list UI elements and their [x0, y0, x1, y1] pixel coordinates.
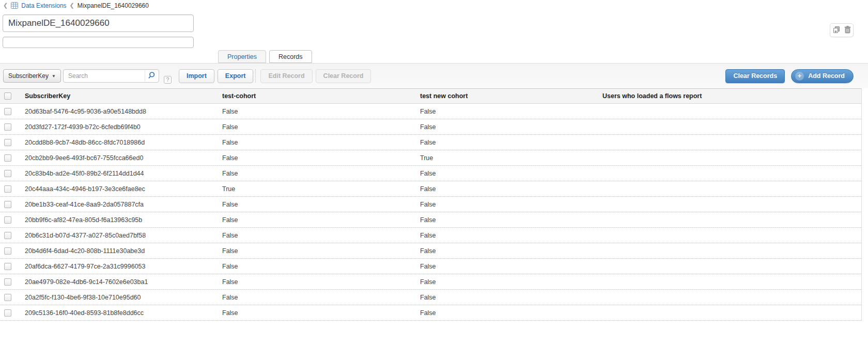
page: ❮ Data Extensions ❮ MixpanelDE_164002966… [0, 0, 868, 346]
copy-icon [833, 26, 841, 35]
cell-test-new-cohort: False [416, 216, 598, 224]
row-checkbox[interactable] [4, 123, 11, 131]
cell-subscriber-key: 20af6dca-6627-4179-97ce-2a31c9996053 [21, 263, 218, 270]
cell-subscriber-key: 20be1b33-ceaf-41ce-8aa9-2da057887cfa [21, 201, 218, 208]
cell-subscriber-key: 20cdd8b8-9cb7-48db-86cc-8fdc7018986d [21, 139, 218, 146]
cell-test-new-cohort: False [416, 185, 598, 193]
table-row[interactable]: 20af6dca-6627-4179-97ce-2a31c9996053 Fal… [0, 259, 861, 274]
cell-subscriber-key: 20b6c31d-b07d-4377-a027-85c0aed7bf58 [21, 232, 218, 239]
row-checkbox[interactable] [4, 185, 11, 193]
cell-subscriber-key: 20cb2bb9-9ee6-493f-bc67-755fcca66ed0 [21, 154, 218, 162]
cell-subscriber-key: 20b4d6f4-6dad-4c20-808b-1111e30abe3d [21, 247, 218, 255]
description-input[interactable] [3, 37, 194, 48]
row-checkbox[interactable] [4, 201, 11, 208]
copy-button[interactable] [833, 26, 841, 35]
table-row[interactable]: 20b6c31d-b07d-4377-a027-85c0aed7bf58 Fal… [0, 228, 861, 243]
back-chevron-icon[interactable]: ❮ [3, 3, 8, 8]
cell-test-cohort: False [218, 201, 416, 208]
plus-icon: + [795, 72, 804, 81]
name-input[interactable] [3, 14, 194, 32]
add-record-label: Add Record [808, 72, 845, 80]
column-header-test-cohort[interactable]: test-cohort [218, 92, 416, 100]
cell-test-new-cohort: False [416, 294, 598, 301]
cell-subscriber-key: 20bb9f6c-af82-47ea-805d-f6a13963c95b [21, 216, 218, 224]
cell-test-new-cohort: False [416, 170, 598, 177]
row-checkbox[interactable] [4, 232, 11, 239]
cell-subscriber-key: 20c83b4b-ad2e-45f0-89b2-6f2114dd1d44 [21, 170, 218, 177]
search-icon [147, 71, 156, 81]
column-header-subscriber-key[interactable]: SubscriberKey [21, 92, 218, 100]
row-checkbox[interactable] [4, 170, 11, 177]
toolbar-separator [255, 69, 256, 83]
cell-subscriber-key: 20d3fd27-172f-4939-b72c-6cfedb69f4b0 [21, 123, 218, 131]
table-row[interactable]: 209c5136-16f0-40ed-8593-81b8fe8dd6cc Fal… [0, 305, 861, 321]
import-button[interactable]: Import [179, 69, 214, 83]
row-checkbox[interactable] [4, 247, 11, 255]
table-row[interactable]: 20d63baf-5476-4c95-9036-a90e5148bdd8 Fal… [0, 104, 861, 119]
cell-test-cohort: False [218, 154, 416, 162]
table-row[interactable]: 20cdd8b8-9cb7-48db-86cc-8fdc7018986d Fal… [0, 135, 861, 150]
column-header-flows-report[interactable]: Users who loaded a flows report [598, 92, 861, 100]
cell-test-new-cohort: False [416, 278, 598, 286]
row-checkbox[interactable] [4, 108, 11, 115]
records-toolbar: SubscriberKey ▼ ? Import Export Edit Rec… [0, 63, 868, 88]
cell-test-cohort: False [218, 309, 416, 317]
cell-test-cohort: False [218, 247, 416, 255]
tab-records[interactable]: Records [269, 50, 312, 63]
cell-test-new-cohort: False [416, 263, 598, 270]
cell-test-new-cohort: False [416, 123, 598, 131]
cell-test-new-cohort: False [416, 232, 598, 239]
row-checkbox[interactable] [4, 263, 11, 270]
data-extensions-link[interactable]: Data Extensions [21, 2, 66, 9]
search-field-value: SubscriberKey [8, 72, 49, 80]
chevron-down-icon: ▼ [52, 74, 56, 78]
table-header-row: SubscriberKey test-cohort test new cohor… [0, 88, 861, 104]
cell-test-new-cohort: False [416, 139, 598, 146]
row-checkbox[interactable] [4, 294, 11, 301]
row-checkbox[interactable] [4, 278, 11, 286]
column-header-test-new-cohort[interactable]: test new cohort [416, 92, 598, 100]
table-row[interactable]: 20c44aaa-434c-4946-b197-3e3ce6fae8ec Tru… [0, 181, 861, 197]
clear-record-button[interactable]: Clear Record [316, 69, 371, 83]
cell-test-cohort: False [218, 139, 416, 146]
search-field-dropdown[interactable]: SubscriberKey ▼ [3, 69, 61, 83]
tab-bar: Properties Records [218, 50, 312, 63]
clear-records-button[interactable]: Clear Records [725, 69, 785, 83]
cell-subscriber-key: 20ae4979-082e-4db6-9c14-7602e6e03ba1 [21, 278, 218, 286]
cell-test-cohort: False [218, 263, 416, 270]
table-row[interactable]: 20a2f5fc-f130-4be6-9f38-10e710e95d60 Fal… [0, 290, 861, 305]
row-checkbox[interactable] [4, 309, 11, 317]
table-row[interactable]: 20bb9f6c-af82-47ea-805d-f6a13963c95b Fal… [0, 212, 861, 228]
row-checkbox[interactable] [4, 216, 11, 224]
table-row[interactable]: 20d3fd27-172f-4939-b72c-6cfedb69f4b0 Fal… [0, 119, 861, 135]
row-checkbox[interactable] [4, 154, 11, 162]
breadcrumb: ❮ Data Extensions ❮ MixpanelDE_164002966… [0, 0, 868, 9]
header-section: Properties Records [0, 9, 868, 59]
cell-test-new-cohort: True [416, 154, 598, 162]
data-extension-table-icon [11, 2, 18, 9]
cell-test-new-cohort: False [416, 247, 598, 255]
cell-test-cohort: False [218, 216, 416, 224]
cell-subscriber-key: 20d63baf-5476-4c95-9036-a90e5148bdd8 [21, 108, 218, 115]
table-row[interactable]: 20ae4979-082e-4db6-9c14-7602e6e03ba1 Fal… [0, 274, 861, 290]
table-row[interactable]: 20cb2bb9-9ee6-493f-bc67-755fcca66ed0 Fal… [0, 150, 861, 166]
tab-properties[interactable]: Properties [218, 50, 266, 63]
edit-record-button[interactable]: Edit Record [260, 69, 312, 83]
table-row[interactable]: 20c83b4b-ad2e-45f0-89b2-6f2114dd1d44 Fal… [0, 166, 861, 181]
delete-button[interactable] [844, 26, 851, 35]
export-button[interactable]: Export [218, 69, 254, 83]
search-submit-button[interactable] [145, 70, 158, 82]
cell-subscriber-key: 209c5136-16f0-40ed-8593-81b8fe8dd6cc [21, 309, 218, 317]
cell-test-cohort: False [218, 278, 416, 286]
help-button[interactable]: ? [164, 76, 172, 84]
row-checkbox[interactable] [4, 139, 11, 146]
table-row[interactable]: 20b4d6f4-6dad-4c20-808b-1111e30abe3d Fal… [0, 243, 861, 259]
cell-test-cohort: False [218, 232, 416, 239]
table-body: 20d63baf-5476-4c95-9036-a90e5148bdd8 Fal… [0, 104, 861, 321]
select-all-checkbox[interactable] [4, 92, 11, 100]
cell-test-new-cohort: False [416, 309, 598, 317]
table-row[interactable]: 20be1b33-ceaf-41ce-8aa9-2da057887cfa Fal… [0, 197, 861, 212]
breadcrumb-current: MixpanelDE_1640029660 [78, 2, 149, 9]
add-record-button[interactable]: + Add Record [791, 69, 854, 83]
cell-test-new-cohort: False [416, 201, 598, 208]
